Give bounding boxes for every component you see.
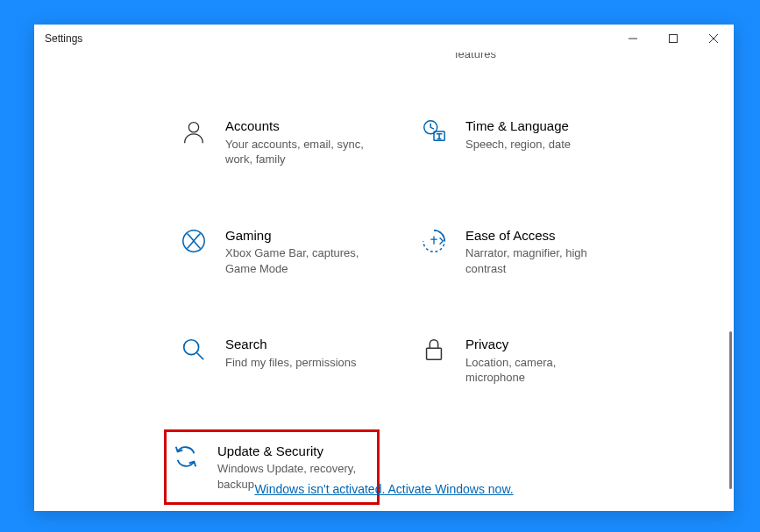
svg-point-8: [184, 340, 199, 355]
tile-desc: Location, camera, microphone: [465, 355, 614, 386]
window-controls: [613, 25, 734, 53]
partial-tile-desc: features: [455, 53, 496, 60]
tile-gaming[interactable]: Gaming Xbox Game Bar, captures, Game Mod…: [174, 222, 380, 282]
scrollbar-thumb[interactable]: [729, 331, 732, 489]
tile-title: Search: [225, 336, 374, 353]
tile-time-language[interactable]: Time & Language Speech, region, date: [415, 112, 620, 173]
settings-window: Settings features: [34, 25, 734, 511]
tile-desc: Narrator, magnifier, high contrast: [465, 245, 614, 276]
activate-windows-link[interactable]: Windows isn't activated. Activate Window…: [254, 482, 513, 496]
activation-bar: Windows isn't activated. Activate Window…: [34, 481, 734, 497]
svg-line-9: [197, 353, 204, 360]
tile-ease-of-access[interactable]: Ease of Access Narrator, magnifier, high…: [415, 222, 620, 282]
minimize-button[interactable]: [613, 25, 653, 53]
titlebar: Settings: [34, 25, 734, 53]
svg-rect-10: [427, 348, 442, 359]
settings-grid: Accounts Your accounts, email, sync, wor…: [52, 53, 716, 505]
tile-desc: Your accounts, email, sync, work, family: [225, 137, 374, 167]
tile-accounts[interactable]: Accounts Your accounts, email, sync, wor…: [174, 112, 380, 173]
tile-search[interactable]: Search Find my files, permissions: [174, 330, 380, 391]
tile-desc: Find my files, permissions: [225, 355, 374, 371]
tile-text: Accounts Your accounts, email, sync, wor…: [225, 117, 374, 167]
window-title: Settings: [45, 32, 613, 45]
tile-title: Accounts: [225, 117, 374, 135]
tile-title: Ease of Access: [465, 227, 614, 245]
lock-icon: [420, 336, 448, 364]
tile-text: Gaming Xbox Game Bar, captures, Game Mod…: [225, 227, 374, 277]
tile-title: Time & Language: [465, 117, 614, 135]
tile-text: Time & Language Speech, region, date: [465, 117, 614, 152]
svg-point-4: [188, 123, 198, 132]
tile-privacy[interactable]: Privacy Location, camera, microphone: [415, 330, 620, 391]
tile-text: Ease of Access Narrator, magnifier, high…: [465, 227, 614, 277]
clock-language-icon: [420, 117, 448, 145]
sync-icon: [172, 443, 200, 471]
search-icon: [180, 336, 208, 364]
tile-text: Privacy Location, camera, microphone: [465, 336, 614, 386]
tile-desc: Xbox Game Bar, captures, Game Mode: [225, 245, 374, 276]
tile-desc: Speech, region, date: [465, 137, 614, 153]
ease-of-access-icon: [420, 227, 448, 255]
maximize-button[interactable]: [653, 25, 693, 53]
tile-title: Gaming: [225, 227, 374, 245]
tile-title: Update & Security: [217, 443, 372, 460]
tile-title: Privacy: [465, 336, 614, 353]
svg-rect-1: [670, 35, 678, 43]
close-button[interactable]: [693, 25, 734, 53]
person-icon: [180, 117, 208, 145]
tile-text: Search Find my files, permissions: [225, 336, 374, 370]
xbox-icon: [180, 227, 208, 255]
content-area: features Accounts Your accounts, email, …: [34, 53, 734, 511]
